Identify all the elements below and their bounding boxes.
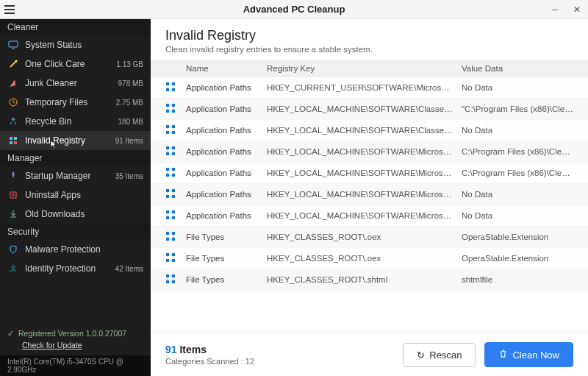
cell-val: C:\Program Files (x86)\CleverFile... xyxy=(462,169,573,177)
cpu-info: Intel(R) Core(TM) i5-3470S CPU @ 2.90GHz xyxy=(0,355,151,376)
badge: 91 Items xyxy=(115,137,143,145)
badge: 1.13 GB xyxy=(116,60,143,68)
sidebar-item-startup-manager[interactable]: Startup Manager 35 Items xyxy=(0,166,151,185)
minimize-button[interactable]: ─ xyxy=(544,0,566,19)
sidebar-item-temporary-files[interactable]: Temporary Files 2.75 MB xyxy=(0,93,151,112)
label: Invalid Registry xyxy=(25,135,110,146)
close-button[interactable]: ✕ xyxy=(566,0,588,19)
cell-val: No Data xyxy=(462,211,573,220)
svg-rect-19 xyxy=(166,131,169,134)
svg-rect-20 xyxy=(172,131,175,134)
sidebar-item-invalid-registry[interactable]: Invalid Registry 91 Items xyxy=(0,131,151,150)
table-row[interactable]: File TypesHKEY_CLASSES_ROOT\.oexOperaSta… xyxy=(151,227,588,248)
check-update-link[interactable]: Check for Update xyxy=(22,341,143,350)
label: One Click Care xyxy=(25,59,110,69)
table-row[interactable]: Application PathsHKEY_LOCAL_MACHINE\SOFT… xyxy=(151,163,588,184)
cell-key: HKEY_CLASSES_ROOT\.oex xyxy=(267,254,462,263)
svg-rect-23 xyxy=(166,152,169,155)
registry-item-icon xyxy=(165,124,186,136)
registry-icon xyxy=(7,135,19,146)
sidebar-item-uninstall-apps[interactable]: Uninstall Apps xyxy=(0,185,151,205)
registry-item-icon xyxy=(165,274,186,285)
sidebar-item-identity[interactable]: Identity Protection 42 Items xyxy=(0,259,151,278)
cell-val: "C:\Program Files (x86)\CleverFile... xyxy=(462,104,573,113)
sidebar-item-old-downloads[interactable]: Old Downloads xyxy=(0,205,151,224)
cell-name: Application Paths xyxy=(186,126,267,135)
clean-now-button[interactable]: Clean Now xyxy=(484,342,573,367)
svg-rect-38 xyxy=(172,232,175,235)
table-row[interactable]: Application PathsHKEY_LOCAL_MACHINE\SOFT… xyxy=(151,141,588,163)
section-security: Security xyxy=(0,224,151,240)
table-row[interactable]: Application PathsHKEY_LOCAL_MACHINE\SOFT… xyxy=(151,205,588,227)
cell-val: No Data xyxy=(462,190,573,199)
svg-rect-41 xyxy=(166,253,169,256)
table-row[interactable]: Application PathsHKEY_LOCAL_MACHINE\SOFT… xyxy=(151,99,588,120)
svg-rect-31 xyxy=(166,195,169,198)
svg-rect-34 xyxy=(172,210,175,213)
badge: 35 Items xyxy=(115,172,143,180)
cell-key: HKEY_LOCAL_MACHINE\SOFTWARE\Classes\Appl… xyxy=(267,126,462,135)
svg-rect-45 xyxy=(166,274,169,277)
table-row[interactable]: Application PathsHKEY_LOCAL_MACHINE\SOFT… xyxy=(151,184,588,205)
svg-rect-42 xyxy=(172,253,175,256)
clean-label: Clean Now xyxy=(512,350,559,361)
sidebar-item-system-status[interactable]: System Status xyxy=(0,35,151,54)
main-panel: Invalid Registry Clean invalid registry … xyxy=(151,19,588,376)
cell-key: HKEY_CLASSES_ROOT\.shtml xyxy=(267,275,462,284)
page-subtitle: Clean invalid registry entries to ensure… xyxy=(165,45,573,54)
svg-rect-6 xyxy=(14,141,17,144)
label: System Status xyxy=(25,40,137,50)
table-row[interactable]: File TypesHKEY_CLASSES_ROOT\.oexOperaSta… xyxy=(151,248,588,269)
svg-rect-18 xyxy=(172,125,175,128)
label: Old Downloads xyxy=(25,209,143,219)
cell-name: Application Paths xyxy=(186,104,267,113)
cell-name: Application Paths xyxy=(186,211,267,220)
categories-scanned: Categories Scanned : 12 xyxy=(165,357,254,366)
sidebar-item-junk-cleaner[interactable]: Junk Cleaner 978 MB xyxy=(0,74,151,93)
svg-rect-40 xyxy=(172,238,175,241)
check-icon: ✓ xyxy=(7,329,14,338)
svg-point-1 xyxy=(15,60,18,63)
cell-key: HKEY_LOCAL_MACHINE\SOFTWARE\Microsoft\Wi… xyxy=(267,211,462,220)
svg-rect-37 xyxy=(166,232,169,235)
registry-item-icon xyxy=(165,210,186,221)
sidebar-item-one-click-care[interactable]: One Click Care 1.13 GB xyxy=(0,54,151,74)
svg-rect-35 xyxy=(166,216,169,219)
badge: 180 MB xyxy=(118,118,143,126)
cell-val: C:\Program Files (x86)\CleverFile... xyxy=(462,147,573,156)
uninstall-icon xyxy=(7,189,19,201)
cell-name: Application Paths xyxy=(186,190,267,199)
svg-rect-4 xyxy=(14,137,17,140)
cell-key: HKEY_LOCAL_MACHINE\SOFTWARE\Microsoft\Wi… xyxy=(267,169,462,177)
registry-item-icon xyxy=(165,103,186,115)
registry-item-icon xyxy=(165,167,186,179)
rescan-label: Rescan xyxy=(429,350,462,361)
svg-rect-29 xyxy=(166,189,169,192)
table-row[interactable]: File TypesHKEY_CLASSES_ROOT\.shtmlshtmlf… xyxy=(151,269,588,291)
col-key: Registry Key xyxy=(267,64,462,73)
svg-rect-36 xyxy=(172,216,175,219)
sidebar-item-malware[interactable]: Malware Protection xyxy=(0,240,151,259)
hamburger-menu-icon[interactable] xyxy=(0,0,19,19)
rescan-button[interactable]: ↻ Rescan xyxy=(403,343,476,367)
table-row[interactable]: Application PathsHKEY_CURRENT_USER\SOFTW… xyxy=(151,77,588,99)
sidebar-item-recycle-bin[interactable]: Recycle Bin 180 MB xyxy=(0,112,151,131)
wand-icon xyxy=(7,58,19,70)
svg-rect-24 xyxy=(172,152,175,155)
identity-icon xyxy=(7,263,19,274)
shield-icon xyxy=(7,244,19,255)
svg-rect-27 xyxy=(166,174,169,177)
svg-rect-33 xyxy=(166,210,169,213)
cell-name: Application Paths xyxy=(186,83,267,92)
table-row[interactable]: Application PathsHKEY_LOCAL_MACHINE\SOFT… xyxy=(151,120,588,141)
registry-item-icon xyxy=(165,252,186,264)
cell-name: File Types xyxy=(186,275,267,284)
titlebar: Advanced PC Cleanup ─ ✕ xyxy=(0,0,588,19)
svg-rect-12 xyxy=(172,88,175,91)
app-title: Advanced PC Cleanup xyxy=(0,4,588,15)
table-header: Name Registry Key Value Data xyxy=(151,60,588,77)
registered-text: Registered Version 1.0.0.27007 xyxy=(18,329,126,338)
svg-rect-0 xyxy=(9,41,18,47)
table-body[interactable]: Application PathsHKEY_CURRENT_USER\SOFTW… xyxy=(151,77,588,333)
col-name: Name xyxy=(186,64,267,73)
